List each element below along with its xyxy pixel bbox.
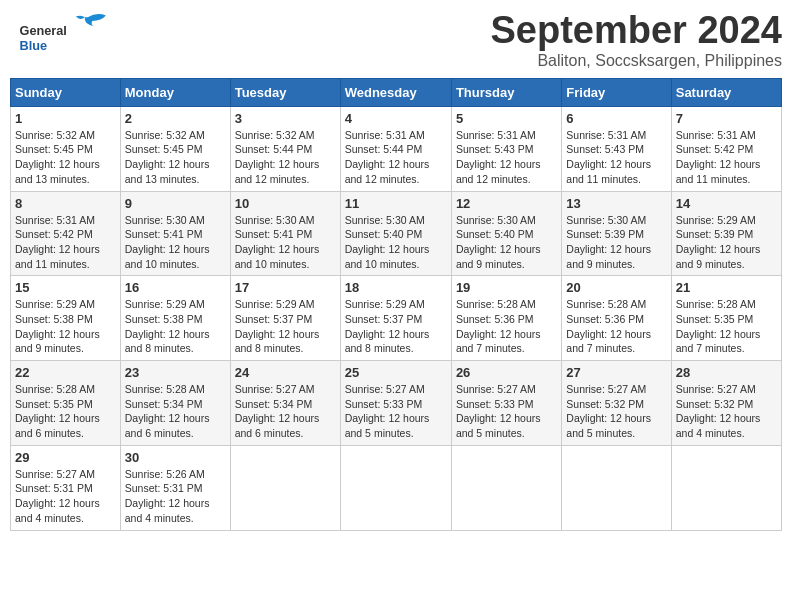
day-info: Sunrise: 5:28 AMSunset: 5:35 PMDaylight:… (676, 298, 761, 354)
svg-text:General: General (20, 23, 67, 38)
calendar-cell: 24 Sunrise: 5:27 AMSunset: 5:34 PMDaylig… (230, 361, 340, 446)
day-info: Sunrise: 5:27 AMSunset: 5:32 PMDaylight:… (566, 383, 651, 439)
day-info: Sunrise: 5:30 AMSunset: 5:41 PMDaylight:… (235, 214, 320, 270)
calendar-cell: 23 Sunrise: 5:28 AMSunset: 5:34 PMDaylig… (120, 361, 230, 446)
day-number: 30 (125, 450, 226, 465)
calendar-cell: 29 Sunrise: 5:27 AMSunset: 5:31 PMDaylig… (11, 445, 121, 530)
column-header-monday: Monday (120, 78, 230, 106)
calendar-week-3: 15 Sunrise: 5:29 AMSunset: 5:38 PMDaylig… (11, 276, 782, 361)
column-header-wednesday: Wednesday (340, 78, 451, 106)
day-number: 5 (456, 111, 557, 126)
calendar-cell (562, 445, 671, 530)
day-number: 12 (456, 196, 557, 211)
page-subtitle: Baliton, Soccsksargen, Philippines (491, 52, 783, 70)
calendar-header-row: SundayMondayTuesdayWednesdayThursdayFrid… (11, 78, 782, 106)
calendar-week-2: 8 Sunrise: 5:31 AMSunset: 5:42 PMDayligh… (11, 191, 782, 276)
column-header-tuesday: Tuesday (230, 78, 340, 106)
day-info: Sunrise: 5:31 AMSunset: 5:44 PMDaylight:… (345, 129, 430, 185)
calendar-cell: 10 Sunrise: 5:30 AMSunset: 5:41 PMDaylig… (230, 191, 340, 276)
day-number: 28 (676, 365, 777, 380)
calendar-cell: 2 Sunrise: 5:32 AMSunset: 5:45 PMDayligh… (120, 106, 230, 191)
day-number: 8 (15, 196, 116, 211)
day-info: Sunrise: 5:31 AMSunset: 5:43 PMDaylight:… (566, 129, 651, 185)
calendar-cell: 30 Sunrise: 5:26 AMSunset: 5:31 PMDaylig… (120, 445, 230, 530)
calendar-cell: 18 Sunrise: 5:29 AMSunset: 5:37 PMDaylig… (340, 276, 451, 361)
day-number: 25 (345, 365, 447, 380)
calendar-table: SundayMondayTuesdayWednesdayThursdayFrid… (10, 78, 782, 531)
calendar-cell (451, 445, 561, 530)
calendar-cell: 16 Sunrise: 5:29 AMSunset: 5:38 PMDaylig… (120, 276, 230, 361)
calendar-week-1: 1 Sunrise: 5:32 AMSunset: 5:45 PMDayligh… (11, 106, 782, 191)
day-number: 20 (566, 280, 666, 295)
calendar-cell: 7 Sunrise: 5:31 AMSunset: 5:42 PMDayligh… (671, 106, 781, 191)
day-number: 13 (566, 196, 666, 211)
calendar-cell: 26 Sunrise: 5:27 AMSunset: 5:33 PMDaylig… (451, 361, 561, 446)
calendar-cell: 17 Sunrise: 5:29 AMSunset: 5:37 PMDaylig… (230, 276, 340, 361)
day-info: Sunrise: 5:28 AMSunset: 5:36 PMDaylight:… (456, 298, 541, 354)
calendar-cell: 28 Sunrise: 5:27 AMSunset: 5:32 PMDaylig… (671, 361, 781, 446)
day-number: 6 (566, 111, 666, 126)
day-number: 21 (676, 280, 777, 295)
day-info: Sunrise: 5:32 AMSunset: 5:44 PMDaylight:… (235, 129, 320, 185)
day-number: 17 (235, 280, 336, 295)
calendar-cell: 3 Sunrise: 5:32 AMSunset: 5:44 PMDayligh… (230, 106, 340, 191)
calendar-cell: 12 Sunrise: 5:30 AMSunset: 5:40 PMDaylig… (451, 191, 561, 276)
title-section: September 2024 Baliton, Soccsksargen, Ph… (491, 10, 783, 70)
day-info: Sunrise: 5:28 AMSunset: 5:36 PMDaylight:… (566, 298, 651, 354)
day-number: 29 (15, 450, 116, 465)
column-header-friday: Friday (562, 78, 671, 106)
day-number: 24 (235, 365, 336, 380)
day-number: 18 (345, 280, 447, 295)
day-info: Sunrise: 5:29 AMSunset: 5:38 PMDaylight:… (125, 298, 210, 354)
day-number: 22 (15, 365, 116, 380)
day-info: Sunrise: 5:27 AMSunset: 5:32 PMDaylight:… (676, 383, 761, 439)
calendar-cell (340, 445, 451, 530)
calendar-cell: 4 Sunrise: 5:31 AMSunset: 5:44 PMDayligh… (340, 106, 451, 191)
day-info: Sunrise: 5:31 AMSunset: 5:43 PMDaylight:… (456, 129, 541, 185)
calendar-cell: 25 Sunrise: 5:27 AMSunset: 5:33 PMDaylig… (340, 361, 451, 446)
logo: General Blue (10, 10, 120, 60)
calendar-week-4: 22 Sunrise: 5:28 AMSunset: 5:35 PMDaylig… (11, 361, 782, 446)
day-number: 26 (456, 365, 557, 380)
day-info: Sunrise: 5:27 AMSunset: 5:34 PMDaylight:… (235, 383, 320, 439)
calendar-cell: 5 Sunrise: 5:31 AMSunset: 5:43 PMDayligh… (451, 106, 561, 191)
calendar-cell: 13 Sunrise: 5:30 AMSunset: 5:39 PMDaylig… (562, 191, 671, 276)
day-info: Sunrise: 5:29 AMSunset: 5:38 PMDaylight:… (15, 298, 100, 354)
day-number: 11 (345, 196, 447, 211)
day-number: 27 (566, 365, 666, 380)
calendar-week-5: 29 Sunrise: 5:27 AMSunset: 5:31 PMDaylig… (11, 445, 782, 530)
calendar-cell: 15 Sunrise: 5:29 AMSunset: 5:38 PMDaylig… (11, 276, 121, 361)
calendar-cell: 21 Sunrise: 5:28 AMSunset: 5:35 PMDaylig… (671, 276, 781, 361)
day-info: Sunrise: 5:27 AMSunset: 5:33 PMDaylight:… (345, 383, 430, 439)
calendar-body: 1 Sunrise: 5:32 AMSunset: 5:45 PMDayligh… (11, 106, 782, 530)
day-info: Sunrise: 5:27 AMSunset: 5:31 PMDaylight:… (15, 468, 100, 524)
day-info: Sunrise: 5:30 AMSunset: 5:41 PMDaylight:… (125, 214, 210, 270)
page-title: September 2024 (491, 10, 783, 52)
column-header-sunday: Sunday (11, 78, 121, 106)
calendar-cell: 19 Sunrise: 5:28 AMSunset: 5:36 PMDaylig… (451, 276, 561, 361)
calendar-cell: 27 Sunrise: 5:27 AMSunset: 5:32 PMDaylig… (562, 361, 671, 446)
day-info: Sunrise: 5:29 AMSunset: 5:37 PMDaylight:… (345, 298, 430, 354)
day-number: 14 (676, 196, 777, 211)
calendar-cell (671, 445, 781, 530)
header: General Blue September 2024 Baliton, Soc… (10, 10, 782, 70)
day-number: 16 (125, 280, 226, 295)
day-info: Sunrise: 5:31 AMSunset: 5:42 PMDaylight:… (676, 129, 761, 185)
calendar-cell: 20 Sunrise: 5:28 AMSunset: 5:36 PMDaylig… (562, 276, 671, 361)
calendar-cell: 11 Sunrise: 5:30 AMSunset: 5:40 PMDaylig… (340, 191, 451, 276)
day-number: 10 (235, 196, 336, 211)
day-info: Sunrise: 5:30 AMSunset: 5:39 PMDaylight:… (566, 214, 651, 270)
calendar-cell (230, 445, 340, 530)
calendar-cell: 9 Sunrise: 5:30 AMSunset: 5:41 PMDayligh… (120, 191, 230, 276)
day-info: Sunrise: 5:29 AMSunset: 5:39 PMDaylight:… (676, 214, 761, 270)
day-number: 4 (345, 111, 447, 126)
calendar-cell: 8 Sunrise: 5:31 AMSunset: 5:42 PMDayligh… (11, 191, 121, 276)
day-number: 3 (235, 111, 336, 126)
calendar-cell: 1 Sunrise: 5:32 AMSunset: 5:45 PMDayligh… (11, 106, 121, 191)
day-info: Sunrise: 5:30 AMSunset: 5:40 PMDaylight:… (345, 214, 430, 270)
day-info: Sunrise: 5:29 AMSunset: 5:37 PMDaylight:… (235, 298, 320, 354)
day-number: 23 (125, 365, 226, 380)
day-number: 15 (15, 280, 116, 295)
column-header-saturday: Saturday (671, 78, 781, 106)
day-info: Sunrise: 5:32 AMSunset: 5:45 PMDaylight:… (15, 129, 100, 185)
